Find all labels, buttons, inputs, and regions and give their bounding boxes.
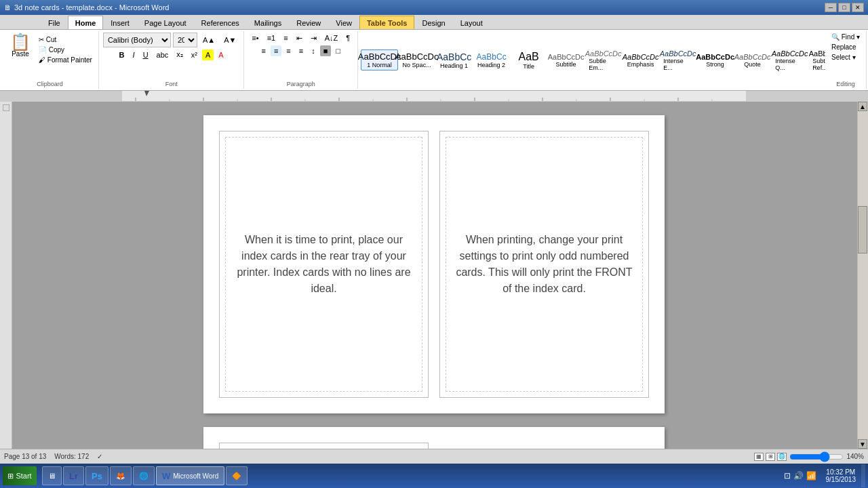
subscript-button[interactable]: x₂ <box>173 49 186 60</box>
show-formatting-button[interactable]: ¶ <box>342 33 353 44</box>
tab-references[interactable]: References <box>194 16 247 29</box>
style-emphasis[interactable]: AaBbCcDc Emphasis <box>622 51 659 70</box>
tab-page-layout[interactable]: Page Layout <box>137 16 194 29</box>
page-1: When it is time to print, place our inde… <box>203 115 665 413</box>
multilevel-button[interactable]: ≡ <box>280 33 291 44</box>
tray-icon-2: 🔊 <box>793 471 804 481</box>
web-layout-btn[interactable]: 🌐 <box>777 453 787 461</box>
maximize-button[interactable]: □ <box>838 3 850 12</box>
font-color-button[interactable]: A <box>215 49 226 60</box>
ribbon-group-paragraph: ≡• ≡1 ≡ ⇤ ⇥ A↓Z ¶ ≡ ≡ ≡ ≡ ↕ ■ □ Paragrap… <box>244 31 358 89</box>
tab-view[interactable]: View <box>328 16 359 29</box>
taskbar-windows-icon[interactable]: 🖥 <box>42 466 62 485</box>
left-panel-toggle[interactable] <box>3 104 9 111</box>
grow-font-button[interactable]: A▲ <box>199 35 218 45</box>
shrink-font-button[interactable]: A▼ <box>220 35 239 45</box>
numbering-button[interactable]: ≡1 <box>264 33 279 44</box>
scroll-thumb[interactable] <box>858 206 867 253</box>
italic-button[interactable]: I <box>130 49 138 60</box>
print-layout-btn[interactable]: ▦ <box>754 453 764 461</box>
svg-rect-1 <box>0 91 122 102</box>
strikethrough-button[interactable]: abc <box>153 49 172 60</box>
tab-layout[interactable]: Layout <box>453 16 490 29</box>
card-3[interactable]: When that is done printing, take the sta… <box>219 443 429 449</box>
taskbar-vlc[interactable]: 🔶 <box>226 466 248 485</box>
sort-button[interactable]: A↓Z <box>321 33 342 44</box>
tab-design[interactable]: Design <box>414 16 452 29</box>
taskbar-lightroom[interactable]: Lr <box>63 466 84 485</box>
track-changes-indicator: ✓ <box>97 453 102 460</box>
taskbar: ⊞ Start 🖥 Lr Ps 🦊 🌐 W Microsoft Word 🔶 ⊡… <box>0 464 868 488</box>
style-heading1-label: Heading 1 <box>440 62 468 69</box>
taskbar-firefox[interactable]: 🦊 <box>110 466 132 485</box>
align-center-button[interactable]: ≡ <box>271 45 281 56</box>
copy-button[interactable]: 📄 Copy <box>37 45 94 54</box>
style-title[interactable]: AaB Title <box>510 49 547 72</box>
style-intense-q[interactable]: AaBbCcDc Intense Q... <box>771 47 808 73</box>
style-subtitle-label: Subtitle <box>556 61 576 68</box>
taskbar-photoshop[interactable]: Ps <box>85 466 108 485</box>
style-strong[interactable]: AaBbCcDc Strong <box>696 51 734 70</box>
clock-time: 10:32 PM <box>826 468 856 476</box>
increase-indent-button[interactable]: ⇥ <box>307 33 320 44</box>
taskbar-word[interactable]: W Microsoft Word <box>156 466 224 485</box>
clock[interactable]: 10:32 PM 9/15/2013 <box>822 468 861 483</box>
style-subtitle[interactable]: AaBbCcDc Subtitle <box>547 51 585 70</box>
tab-review[interactable]: Review <box>289 16 328 29</box>
underline-button[interactable]: U <box>140 49 152 60</box>
card-2[interactable]: When printing, change your print setting… <box>439 131 649 398</box>
style-heading1[interactable]: AaBbCc Heading 1 <box>435 49 473 71</box>
style-subtle-ref[interactable]: AaBbCcDc Subtle Ref... <box>808 47 825 73</box>
clock-date: 9/15/2013 <box>826 476 856 483</box>
line-spacing-button[interactable]: ↕ <box>308 45 319 56</box>
tab-insert[interactable]: Insert <box>103 16 137 29</box>
style-subtle-em[interactable]: AaBbCcDc Subtle Em... <box>585 47 622 73</box>
vertical-scrollbar[interactable]: ▲ ▼ <box>857 102 868 449</box>
format-painter-button[interactable]: 🖌 Format Painter <box>37 56 94 64</box>
style-title-preview: AaB <box>519 51 539 63</box>
bullets-button[interactable]: ≡• <box>248 33 262 44</box>
start-button[interactable]: ⊞ Start <box>3 466 37 485</box>
close-button[interactable]: ✕ <box>852 3 864 12</box>
select-button[interactable]: Select ▾ <box>829 53 862 62</box>
style-heading2[interactable]: AaBbCc Heading 2 <box>473 50 510 70</box>
replace-button[interactable]: Replace <box>829 43 862 52</box>
align-left-button[interactable]: ≡ <box>258 45 269 56</box>
scroll-down-button[interactable]: ▼ <box>858 439 867 449</box>
font-name-select[interactable]: Calibri (Body) <box>103 33 171 47</box>
style-emphasis-label: Emphasis <box>627 61 654 68</box>
font-size-select[interactable]: 20 <box>173 33 197 47</box>
justify-button[interactable]: ≡ <box>296 45 307 56</box>
style-normal[interactable]: AaBbCcDc 1 Normal <box>361 49 398 70</box>
text-highlight-button[interactable]: A <box>202 49 214 60</box>
border-button[interactable]: □ <box>332 45 344 56</box>
paste-button[interactable]: 📋 Paste <box>5 33 35 59</box>
superscript-button[interactable]: x² <box>188 49 201 60</box>
bold-button[interactable]: B <box>116 49 128 60</box>
style-no-space[interactable]: AaBbCcDc No Spac... <box>398 49 435 70</box>
decrease-indent-button[interactable]: ⇤ <box>293 33 306 44</box>
tab-mailings[interactable]: Mailings <box>247 16 289 29</box>
style-quote[interactable]: AaBbCcDc Quote <box>734 51 771 70</box>
align-right-button[interactable]: ≡ <box>283 45 294 56</box>
taskbar-chrome[interactable]: 🌐 <box>133 466 155 485</box>
style-intense-e[interactable]: AaBbCcDc Intense E... <box>659 47 696 73</box>
word-app-label: Microsoft Word <box>173 472 218 480</box>
page-2: When that is done printing, take the sta… <box>203 427 665 449</box>
show-desktop-button[interactable] <box>861 464 865 487</box>
zoom-slider[interactable] <box>789 453 844 461</box>
shading-button[interactable]: ■ <box>320 45 332 56</box>
full-screen-btn[interactable]: ⊞ <box>766 453 775 461</box>
tab-table-tools[interactable]: Table Tools <box>359 16 415 29</box>
tab-home[interactable]: Home <box>68 16 104 29</box>
card-1[interactable]: When it is time to print, place our inde… <box>219 131 429 398</box>
find-button[interactable]: 🔍 Find ▾ <box>829 33 862 41</box>
cut-button[interactable]: ✂ Cut <box>37 35 94 44</box>
tab-file[interactable]: File <box>41 16 68 29</box>
scroll-up-button[interactable]: ▲ <box>858 102 867 111</box>
style-title-label: Title <box>523 63 534 70</box>
minimize-button[interactable]: ─ <box>825 3 837 12</box>
style-quote-label: Quote <box>744 61 761 68</box>
firefox-icon: 🦊 <box>116 472 125 481</box>
style-intense-e-label: Intense E... <box>663 58 692 71</box>
